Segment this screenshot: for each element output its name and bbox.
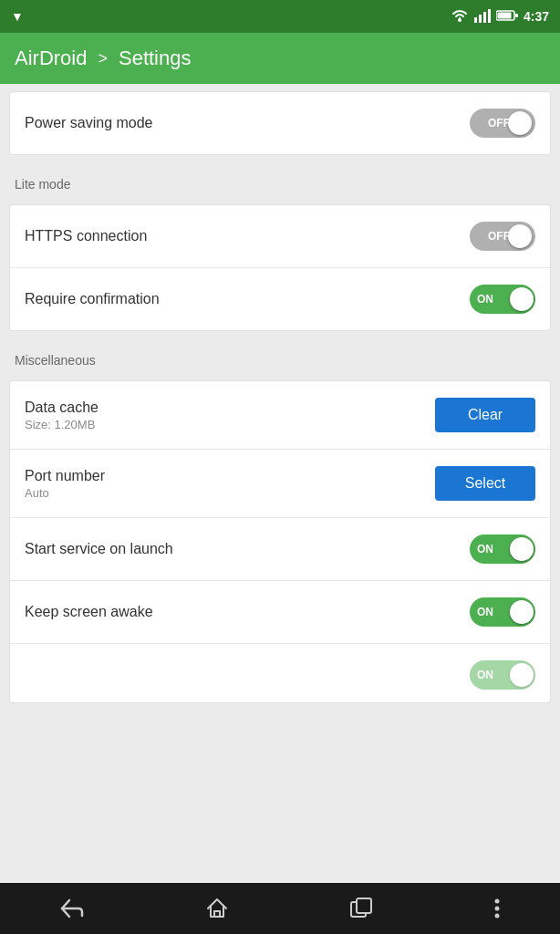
https-connection-toggle-label: OFF [488,230,510,243]
keep-screen-awake-row: Keep screen awake ON [10,581,550,644]
settings-content: Power saving mode OFF Lite mode HTTPS co… [0,84,560,883]
lite-mode-card: HTTPS connection OFF Require confirmatio… [9,204,551,331]
clear-button[interactable]: Clear [435,398,535,432]
recents-button[interactable] [349,897,373,920]
svg-rect-3 [483,12,486,23]
partial-toggle-label: ON [477,669,493,681]
data-cache-label: Data cache [25,400,99,416]
keep-screen-awake-label: Keep screen awake [25,604,153,620]
power-saving-toggle[interactable]: OFF [470,109,535,138]
power-saving-label: Power saving mode [25,115,153,131]
partial-toggle[interactable]: ON [470,660,535,690]
misc-header: Miscellaneous [0,338,560,373]
select-button[interactable]: Select [435,466,535,501]
svg-rect-8 [214,911,220,917]
misc-card: Data cache Size: 1.20MB Clear Port numbe… [9,380,551,703]
require-confirmation-label: Require confirmation [25,291,160,307]
port-number-row: Port number Auto Select [10,450,550,518]
port-number-label: Port number [25,468,105,484]
power-saving-row: Power saving mode OFF [10,92,550,154]
start-service-toggle-thumb [510,537,534,561]
start-service-toggle[interactable]: ON [470,534,535,564]
port-number-sublabel: Auto [25,486,105,500]
menu-button[interactable] [494,898,500,918]
svg-rect-7 [515,14,518,17]
power-saving-card: Power saving mode OFF [9,91,551,155]
data-cache-sublabel: Size: 1.20MB [25,418,99,431]
require-confirmation-row: Require confirmation ON [10,268,550,330]
toolbar: AirDroid > Settings [0,33,560,84]
start-service-toggle-label: ON [477,543,493,555]
svg-rect-4 [488,9,491,23]
status-bar-right: 4:37 [451,8,549,26]
https-connection-label: HTTPS connection [25,228,147,244]
port-number-text: Port number Auto [25,468,105,500]
time-display: 4:37 [524,9,549,24]
svg-rect-2 [479,15,482,23]
require-confirmation-toggle-label: ON [477,293,493,306]
page-title: Settings [119,47,192,70]
status-bar: ▼ 4: [0,0,560,33]
data-cache-text: Data cache Size: 1.20MB [25,400,99,431]
status-bar-left: ▼ [11,9,24,24]
power-saving-toggle-thumb [508,111,532,135]
dropdown-icon: ▼ [11,9,24,24]
start-service-label: Start service on launch [25,541,173,557]
power-saving-toggle-label: OFF [488,117,510,130]
data-cache-row: Data cache Size: 1.20MB Clear [10,381,550,450]
keep-screen-awake-toggle-label: ON [477,606,493,618]
partial-toggle-thumb [510,663,534,687]
keep-screen-awake-toggle[interactable]: ON [470,597,535,627]
home-button[interactable] [205,897,229,920]
signal-icon [474,8,491,26]
svg-point-12 [494,907,499,911]
breadcrumb-separator: > [98,49,108,68]
svg-point-0 [458,18,461,22]
require-confirmation-toggle[interactable]: ON [470,285,535,314]
svg-rect-6 [497,12,511,18]
https-connection-row: HTTPS connection OFF [10,205,550,268]
keep-screen-awake-toggle-thumb [510,600,534,624]
back-button[interactable] [60,898,84,918]
lite-mode-header: Lite mode [0,162,560,197]
https-connection-toggle-thumb [508,224,532,248]
battery-icon [496,9,518,25]
start-service-row: Start service on launch ON [10,518,550,581]
wifi-icon [451,8,469,26]
svg-rect-1 [474,17,477,23]
partial-row: ON [10,644,550,702]
svg-point-11 [494,899,499,904]
app-name: AirDroid [15,47,87,70]
nav-bar [0,883,560,934]
https-connection-toggle[interactable]: OFF [470,222,535,251]
svg-rect-10 [357,898,371,913]
svg-point-13 [494,914,499,918]
require-confirmation-toggle-thumb [510,287,534,311]
